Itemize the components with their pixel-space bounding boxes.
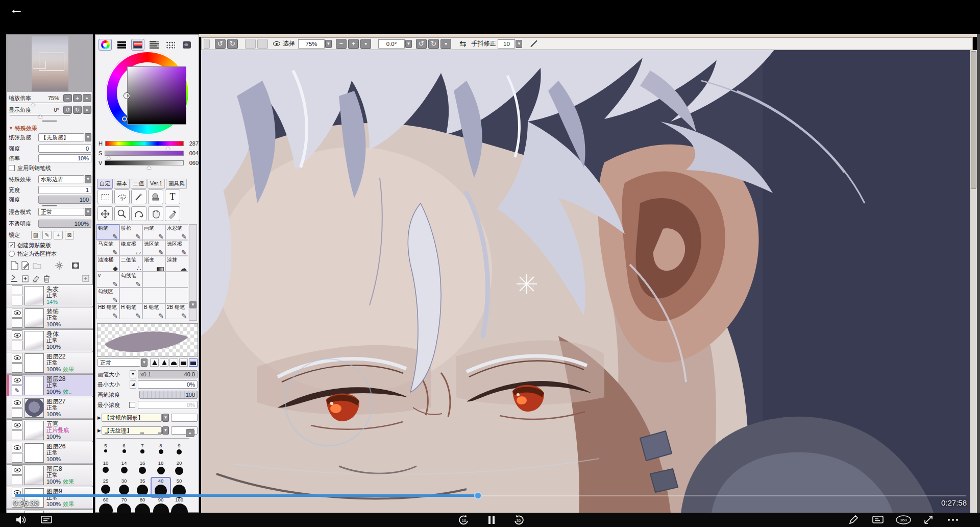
lock-pencil-icon[interactable]: ✎ [42,231,52,239]
undo-button[interactable]: ↺ [215,39,226,49]
more-options-icon[interactable] [946,514,960,525]
zoom-out-button[interactable]: − [63,94,72,102]
saturation-slider[interactable] [105,151,184,156]
color-mixer-icon[interactable] [131,39,144,51]
size-cell[interactable]: 7 [133,443,152,453]
layer-edit-indicator[interactable]: ✎ [12,386,22,395]
size-cell[interactable]: 80 [133,497,152,513]
resize-fullscreen-icon[interactable] [922,514,935,525]
brush-blur[interactable]: 涂抹☁ [165,256,188,272]
navigator-preview[interactable] [7,35,92,92]
pause-button[interactable] [485,514,498,525]
edge-shape-flat2-selected[interactable] [189,358,198,367]
layer-thumbnail[interactable] [24,353,44,373]
brush-airbrush[interactable]: 喷枪✎ [119,224,142,240]
transform-icon[interactable] [54,260,65,271]
selection-next-button[interactable] [257,39,268,49]
brush-size-unit-button[interactable]: ▼ [130,370,136,378]
layer-row-features[interactable]: 五官 正片叠底 100% [7,419,93,441]
brush-lineart-pen[interactable]: 勾线笔✎ [119,272,142,288]
layer-row-hair[interactable]: 头发 正常 14% [7,284,93,306]
stabilizer-dropdown[interactable]: ▼ [516,40,522,48]
layer-extra-box[interactable] [12,296,22,305]
layer-visibility-toggle[interactable] [12,443,22,452]
toolbar-handle[interactable] [204,39,210,49]
sv-cursor[interactable] [124,93,130,99]
brush-seleraser[interactable]: 选区擦✎ [165,240,188,256]
layer-thumbnail[interactable] [24,398,44,418]
edge-shape-dome[interactable] [169,358,178,367]
zoom-reset-button[interactable]: ▪ [83,94,91,102]
zoom-combo[interactable]: 75% ▼ [298,39,332,49]
size-cell[interactable]: 35 [133,478,152,496]
brush-empty[interactable] [119,288,142,303]
layer-row-28-selected[interactable]: ✎ 图层28 正常 100%效.. [7,374,93,396]
expand-arrow-icon[interactable]: ▶ [97,415,102,420]
brush-marker[interactable]: 马克笔✎ [96,240,119,256]
brush-watercolor[interactable]: 水彩笔✎ [165,224,188,240]
brush-grid-scrollbar[interactable]: ▼ [189,224,197,321]
clone-tool[interactable] [148,189,163,204]
layer-extra-box[interactable] [12,453,22,463]
rotate-cw-canvas-button[interactable]: ↻ [428,39,439,49]
size-cell[interactable]: 18 [152,460,170,474]
zoom-in-button[interactable]: + [73,94,82,102]
value-slider[interactable] [105,160,184,165]
hand-tool[interactable] [148,206,163,221]
rotate-ccw-canvas-button[interactable]: ↺ [416,39,427,49]
brush-gradient[interactable]: 渐变 [142,256,165,272]
clear-layer-icon[interactable] [30,273,41,284]
layer-extra-box[interactable] [12,363,22,373]
effects-header[interactable]: ▼ 特殊效果 [9,124,91,133]
layer-extra-box[interactable] [12,475,22,485]
zoom-in-canvas-button[interactable]: + [348,39,359,49]
merge-down-icon[interactable] [9,273,19,284]
zoom-reset-canvas-button[interactable]: ▪ [360,39,371,49]
angle-combo[interactable]: 0.0° ▼ [378,39,412,49]
video-progress-handle[interactable] [474,492,482,499]
tab-binary[interactable]: 二值 [131,179,146,189]
annotate-pencil-icon[interactable] [847,514,860,525]
special-effect-select[interactable]: 水彩边界 [38,175,84,183]
saturation-value-square[interactable] [127,66,186,125]
layer-extra-box[interactable] [12,408,22,418]
brush-empty[interactable] [142,272,165,288]
layer-thumbnail[interactable] [24,421,44,440]
angle-slider-marker[interactable] [38,115,42,118]
size-cell[interactable]: 8 [152,443,170,454]
paper-texture-dropdown-button[interactable]: ▼ [85,133,91,141]
size-cell[interactable]: 14 [115,460,133,473]
zoom-tool[interactable] [114,206,130,221]
brush-empty[interactable] [142,288,165,303]
layer-visibility-toggle[interactable] [12,308,22,318]
special-effect-dropdown-button[interactable]: ▼ [85,175,91,183]
canvas-vertical-scrollbar[interactable] [970,50,977,513]
size-cell[interactable]: 90 [152,497,170,513]
lock-move-icon[interactable]: + [54,231,63,239]
new-folder-icon[interactable] [31,260,42,271]
selection-sample-row[interactable]: 指定为选区样本 [9,249,91,258]
size-cell[interactable]: 60 [96,497,115,513]
layer-thumbnail[interactable] [24,308,44,328]
brush-eraser[interactable]: 橡皮擦▱ [119,240,142,256]
panel-corner-icon[interactable] [81,273,91,284]
brush-brush[interactable]: 画笔✎ [142,224,165,240]
edge-shape-soft[interactable] [160,358,168,367]
zoom-combo-dropdown[interactable]: ▼ [325,40,332,48]
lock-transparency-icon[interactable]: ▨ [31,231,40,239]
skip-back-10-icon[interactable]: 10 [457,514,471,525]
hue-cursor[interactable] [122,116,127,122]
min-size-icon-button[interactable]: ◢ [130,380,136,389]
redo-button[interactable]: ↻ [227,39,238,49]
layer-visibility-toggle[interactable] [12,420,22,430]
swatches-icon[interactable] [164,39,177,51]
new-layer-icon[interactable] [9,260,20,271]
move-tool[interactable] [97,206,113,221]
size-cell[interactable]: 20 [170,460,188,475]
layer-visibility-toggle[interactable] [12,330,22,340]
apply-pen-row[interactable]: 应用到钢笔线 [9,163,91,173]
size-cell[interactable]: 9 [170,443,188,454]
clipping-mask-row[interactable]: ✓ 创建剪贴蒙版 [9,241,91,250]
brush-hb-pencil[interactable]: HB 铅笔✎ [96,303,119,319]
volume-icon[interactable] [14,514,28,525]
